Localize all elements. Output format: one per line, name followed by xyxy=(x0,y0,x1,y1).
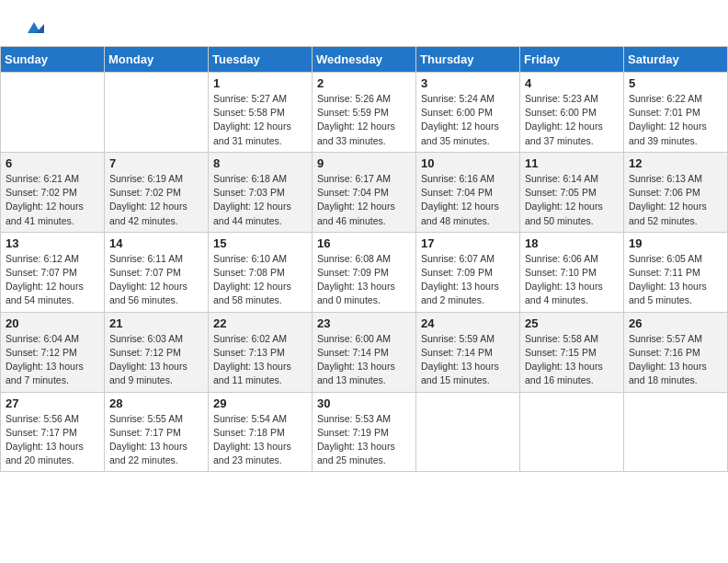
day-info: Sunrise: 5:58 AM Sunset: 7:15 PM Dayligh… xyxy=(525,332,619,388)
day-info: Sunrise: 6:18 AM Sunset: 7:03 PM Dayligh… xyxy=(213,172,307,228)
weekday-header-tuesday: Tuesday xyxy=(209,47,313,73)
day-info: Sunrise: 6:06 AM Sunset: 7:10 PM Dayligh… xyxy=(525,252,619,308)
weekday-header-saturday: Saturday xyxy=(624,47,728,73)
day-number: 18 xyxy=(525,236,619,250)
weekday-header-friday: Friday xyxy=(520,47,624,73)
day-info: Sunrise: 5:23 AM Sunset: 6:00 PM Dayligh… xyxy=(525,92,619,148)
day-info: Sunrise: 5:59 AM Sunset: 7:14 PM Dayligh… xyxy=(421,332,515,388)
day-number: 15 xyxy=(213,236,307,250)
day-number: 26 xyxy=(629,316,722,330)
day-number: 6 xyxy=(6,156,99,170)
calendar-cell: 30Sunrise: 5:53 AM Sunset: 7:19 PM Dayli… xyxy=(313,392,416,472)
day-number: 8 xyxy=(213,156,307,170)
day-info: Sunrise: 6:02 AM Sunset: 7:13 PM Dayligh… xyxy=(213,332,307,388)
calendar-cell: 28Sunrise: 5:55 AM Sunset: 7:17 PM Dayli… xyxy=(105,392,209,472)
calendar-week-row: 27Sunrise: 5:56 AM Sunset: 7:17 PM Dayli… xyxy=(1,392,728,472)
calendar-cell: 5Sunrise: 6:22 AM Sunset: 7:01 PM Daylig… xyxy=(624,73,728,153)
day-info: Sunrise: 6:07 AM Sunset: 7:09 PM Dayligh… xyxy=(421,252,515,308)
calendar-cell: 24Sunrise: 5:59 AM Sunset: 7:14 PM Dayli… xyxy=(416,312,520,392)
calendar-cell xyxy=(624,392,728,472)
calendar-cell: 13Sunrise: 6:12 AM Sunset: 7:07 PM Dayli… xyxy=(1,232,105,312)
calendar-cell: 18Sunrise: 6:06 AM Sunset: 7:10 PM Dayli… xyxy=(520,232,624,312)
day-info: Sunrise: 6:21 AM Sunset: 7:02 PM Dayligh… xyxy=(6,172,99,228)
calendar-cell: 22Sunrise: 6:02 AM Sunset: 7:13 PM Dayli… xyxy=(209,312,313,392)
calendar-cell: 21Sunrise: 6:03 AM Sunset: 7:12 PM Dayli… xyxy=(105,312,209,392)
day-number: 10 xyxy=(421,156,515,170)
calendar-cell: 14Sunrise: 6:11 AM Sunset: 7:07 PM Dayli… xyxy=(105,232,209,312)
day-number: 13 xyxy=(6,236,99,250)
day-number: 21 xyxy=(109,316,203,330)
calendar-cell: 15Sunrise: 6:10 AM Sunset: 7:08 PM Dayli… xyxy=(209,232,313,312)
calendar-cell: 9Sunrise: 6:17 AM Sunset: 7:04 PM Daylig… xyxy=(313,152,416,232)
weekday-header-monday: Monday xyxy=(105,47,209,73)
day-number: 3 xyxy=(421,76,515,90)
day-number: 22 xyxy=(213,316,307,330)
calendar-week-row: 6Sunrise: 6:21 AM Sunset: 7:02 PM Daylig… xyxy=(1,152,728,232)
day-number: 25 xyxy=(525,316,619,330)
day-info: Sunrise: 6:12 AM Sunset: 7:07 PM Dayligh… xyxy=(6,252,99,308)
calendar-cell: 10Sunrise: 6:16 AM Sunset: 7:04 PM Dayli… xyxy=(416,152,520,232)
day-info: Sunrise: 6:22 AM Sunset: 7:01 PM Dayligh… xyxy=(629,92,722,148)
day-number: 12 xyxy=(629,156,722,170)
day-number: 17 xyxy=(421,236,515,250)
day-info: Sunrise: 5:55 AM Sunset: 7:17 PM Dayligh… xyxy=(109,412,203,468)
day-info: Sunrise: 6:19 AM Sunset: 7:02 PM Dayligh… xyxy=(109,172,203,228)
calendar-cell: 8Sunrise: 6:18 AM Sunset: 7:03 PM Daylig… xyxy=(209,152,313,232)
day-info: Sunrise: 6:04 AM Sunset: 7:12 PM Dayligh… xyxy=(6,332,99,388)
day-number: 1 xyxy=(213,76,307,90)
day-number: 23 xyxy=(317,316,411,330)
calendar-cell: 4Sunrise: 5:23 AM Sunset: 6:00 PM Daylig… xyxy=(520,73,624,153)
day-number: 11 xyxy=(525,156,619,170)
weekday-header-row: SundayMondayTuesdayWednesdayThursdayFrid… xyxy=(1,47,728,73)
day-number: 19 xyxy=(629,236,722,250)
day-info: Sunrise: 6:05 AM Sunset: 7:11 PM Dayligh… xyxy=(629,252,722,308)
day-info: Sunrise: 6:13 AM Sunset: 7:06 PM Dayligh… xyxy=(629,172,722,228)
calendar-cell: 19Sunrise: 6:05 AM Sunset: 7:11 PM Dayli… xyxy=(624,232,728,312)
day-info: Sunrise: 6:14 AM Sunset: 7:05 PM Dayligh… xyxy=(525,172,619,228)
calendar-cell: 20Sunrise: 6:04 AM Sunset: 7:12 PM Dayli… xyxy=(1,312,105,392)
day-number: 28 xyxy=(109,396,203,410)
day-number: 29 xyxy=(213,396,307,410)
day-number: 14 xyxy=(109,236,203,250)
day-info: Sunrise: 6:17 AM Sunset: 7:04 PM Dayligh… xyxy=(317,172,411,228)
day-info: Sunrise: 5:54 AM Sunset: 7:18 PM Dayligh… xyxy=(213,412,307,468)
day-info: Sunrise: 5:27 AM Sunset: 5:58 PM Dayligh… xyxy=(213,92,307,148)
day-number: 16 xyxy=(317,236,411,250)
calendar-week-row: 1Sunrise: 5:27 AM Sunset: 5:58 PM Daylig… xyxy=(1,73,728,153)
calendar-cell: 2Sunrise: 5:26 AM Sunset: 5:59 PM Daylig… xyxy=(313,73,416,153)
weekday-header-sunday: Sunday xyxy=(1,47,105,73)
calendar-cell xyxy=(416,392,520,472)
page-header xyxy=(0,0,728,46)
calendar-cell: 26Sunrise: 5:57 AM Sunset: 7:16 PM Dayli… xyxy=(624,312,728,392)
logo-icon xyxy=(24,17,44,37)
day-info: Sunrise: 6:16 AM Sunset: 7:04 PM Dayligh… xyxy=(421,172,515,228)
day-number: 5 xyxy=(629,76,722,90)
day-number: 4 xyxy=(525,76,619,90)
calendar-cell: 1Sunrise: 5:27 AM Sunset: 5:58 PM Daylig… xyxy=(209,73,313,153)
logo xyxy=(22,17,44,37)
calendar-cell: 6Sunrise: 6:21 AM Sunset: 7:02 PM Daylig… xyxy=(1,152,105,232)
calendar-cell: 7Sunrise: 6:19 AM Sunset: 7:02 PM Daylig… xyxy=(105,152,209,232)
calendar-cell: 3Sunrise: 5:24 AM Sunset: 6:00 PM Daylig… xyxy=(416,73,520,153)
weekday-header-wednesday: Wednesday xyxy=(313,47,416,73)
day-info: Sunrise: 5:26 AM Sunset: 5:59 PM Dayligh… xyxy=(317,92,411,148)
calendar-cell: 17Sunrise: 6:07 AM Sunset: 7:09 PM Dayli… xyxy=(416,232,520,312)
calendar-table: SundayMondayTuesdayWednesdayThursdayFrid… xyxy=(0,46,728,472)
calendar-cell xyxy=(105,73,209,153)
calendar-cell: 27Sunrise: 5:56 AM Sunset: 7:17 PM Dayli… xyxy=(1,392,105,472)
day-info: Sunrise: 5:56 AM Sunset: 7:17 PM Dayligh… xyxy=(6,412,99,468)
weekday-header-thursday: Thursday xyxy=(416,47,520,73)
day-info: Sunrise: 6:10 AM Sunset: 7:08 PM Dayligh… xyxy=(213,252,307,308)
day-info: Sunrise: 6:11 AM Sunset: 7:07 PM Dayligh… xyxy=(109,252,203,308)
day-info: Sunrise: 5:24 AM Sunset: 6:00 PM Dayligh… xyxy=(421,92,515,148)
calendar-cell: 29Sunrise: 5:54 AM Sunset: 7:18 PM Dayli… xyxy=(209,392,313,472)
day-info: Sunrise: 5:53 AM Sunset: 7:19 PM Dayligh… xyxy=(317,412,411,468)
day-info: Sunrise: 6:08 AM Sunset: 7:09 PM Dayligh… xyxy=(317,252,411,308)
day-number: 9 xyxy=(317,156,411,170)
day-info: Sunrise: 5:57 AM Sunset: 7:16 PM Dayligh… xyxy=(629,332,722,388)
calendar-cell xyxy=(1,73,105,153)
calendar-cell: 23Sunrise: 6:00 AM Sunset: 7:14 PM Dayli… xyxy=(313,312,416,392)
calendar-cell: 25Sunrise: 5:58 AM Sunset: 7:15 PM Dayli… xyxy=(520,312,624,392)
calendar-cell xyxy=(520,392,624,472)
day-number: 2 xyxy=(317,76,411,90)
